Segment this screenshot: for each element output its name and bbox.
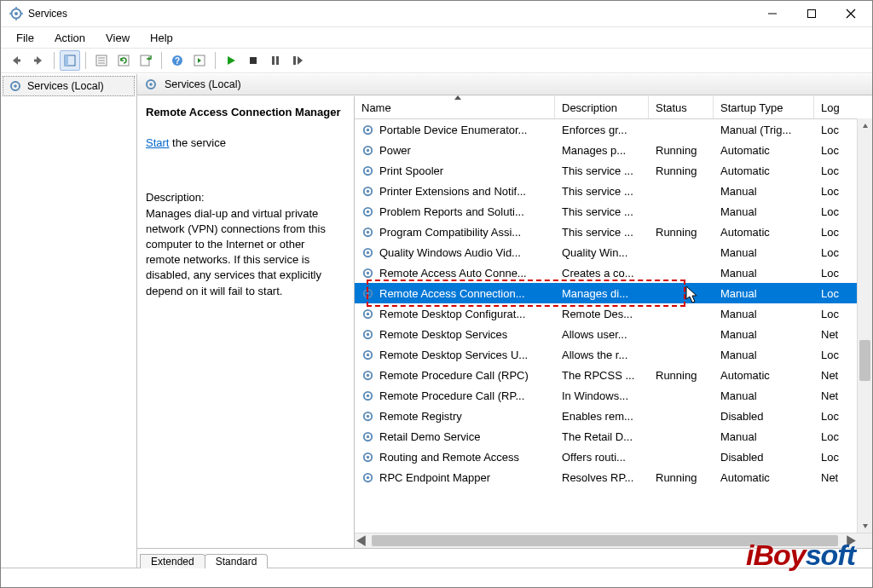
- service-status: [649, 119, 714, 140]
- app-gear-icon: [9, 7, 23, 20]
- restart-service-button[interactable]: [287, 50, 308, 71]
- service-desc: Enables rem...: [555, 406, 649, 426]
- gear-icon: [361, 226, 374, 239]
- service-logon: Net: [814, 365, 848, 385]
- show-tree-button[interactable]: [60, 50, 80, 71]
- refresh-button[interactable]: [113, 50, 134, 71]
- forward-button[interactable]: [28, 50, 49, 71]
- gear-icon: [361, 287, 374, 300]
- table-row[interactable]: PowerManages p...RunningAutomaticLoc: [355, 140, 872, 160]
- help-button[interactable]: ?: [167, 50, 188, 71]
- svg-text:?: ?: [175, 56, 180, 66]
- table-row[interactable]: Quality Windows Audio Vid...Quality Win.…: [355, 242, 872, 262]
- service-startup: Manual: [714, 201, 814, 222]
- stop-service-button[interactable]: [243, 50, 263, 71]
- tree-root-node[interactable]: Services (Local): [3, 76, 135, 96]
- service-startup: Manual: [714, 242, 814, 262]
- table-row[interactable]: Remote Desktop Services U...Allows the r…: [355, 344, 872, 365]
- minimize-button[interactable]: [753, 1, 792, 26]
- service-logon: Loc: [814, 222, 848, 242]
- svg-rect-11: [34, 60, 38, 62]
- col-description[interactable]: Description: [555, 96, 649, 118]
- scroll-thumb[interactable]: [859, 340, 870, 381]
- service-startup: Manual: [714, 344, 814, 365]
- table-row[interactable]: Remote RegistryEnables rem...DisabledLoc: [355, 406, 872, 426]
- scroll-thumb[interactable]: [372, 535, 838, 546]
- scroll-up-icon[interactable]: [858, 118, 872, 133]
- table-row[interactable]: Remote Access Connection...Manages di...…: [355, 283, 872, 303]
- back-button[interactable]: [6, 50, 26, 71]
- statusbar: [1, 568, 872, 587]
- table-row[interactable]: RPC Endpoint MapperResolves RP...Running…: [355, 467, 872, 487]
- service-name: Power: [379, 144, 411, 157]
- service-startup: Manual: [714, 426, 814, 447]
- service-status: [649, 262, 714, 283]
- col-name[interactable]: Name: [355, 96, 555, 118]
- action-button[interactable]: [189, 50, 210, 71]
- close-button[interactable]: [831, 1, 870, 26]
- tab-extended[interactable]: Extended: [140, 554, 205, 568]
- tab-standard[interactable]: Standard: [205, 554, 269, 568]
- svg-point-30: [149, 83, 153, 86]
- gear-icon: [361, 144, 374, 157]
- service-desc: This service ...: [555, 181, 649, 201]
- service-startup: Manual: [714, 283, 814, 303]
- table-row[interactable]: Problem Reports and Soluti...This servic…: [355, 201, 872, 222]
- table-row[interactable]: Remote Procedure Call (RP...In Windows..…: [355, 385, 872, 406]
- table-row[interactable]: Remote Desktop ServicesAllows user...Man…: [355, 324, 872, 344]
- pause-service-button[interactable]: [265, 50, 286, 71]
- svg-point-56: [367, 373, 369, 376]
- table-row[interactable]: Remote Procedure Call (RPC)The RPCSS ...…: [355, 365, 872, 385]
- table-row[interactable]: Routing and Remote AccessOffers routi...…: [355, 447, 872, 467]
- service-logon: Loc: [814, 406, 848, 426]
- table-row[interactable]: Remote Desktop Configurat...Remote Des..…: [355, 303, 872, 324]
- service-name: Quality Windows Audio Vid...: [379, 246, 521, 259]
- table-row[interactable]: Portable Device Enumerator...Enforces gr…: [355, 119, 872, 140]
- window-title: Services: [28, 8, 67, 20]
- maximize-button[interactable]: [792, 1, 831, 26]
- scroll-left-icon[interactable]: [355, 533, 369, 548]
- scroll-down-icon[interactable]: [858, 518, 872, 533]
- properties-button[interactable]: [91, 50, 112, 71]
- service-name: Program Compatibility Assi...: [379, 226, 521, 239]
- service-desc: Quality Win...: [555, 242, 649, 262]
- menubar: File Action View Help: [1, 27, 872, 48]
- service-startup: Disabled: [714, 406, 814, 426]
- table-row[interactable]: Print SpoolerThis service ...RunningAuto…: [355, 160, 872, 181]
- service-desc: Manages p...: [555, 140, 649, 160]
- menu-view[interactable]: View: [97, 30, 138, 46]
- menu-file[interactable]: File: [8, 30, 43, 46]
- service-desc: This service ...: [555, 201, 649, 222]
- service-logon: Loc: [814, 262, 848, 283]
- vertical-scrollbar[interactable]: [857, 118, 872, 533]
- gear-icon: [361, 389, 374, 402]
- service-status: [649, 344, 714, 365]
- service-status: [649, 447, 714, 467]
- start-service-link[interactable]: Start: [146, 136, 169, 149]
- table-row[interactable]: Printer Extensions and Notif...This serv…: [355, 181, 872, 201]
- service-desc: Creates a co...: [555, 262, 649, 283]
- col-startup[interactable]: Startup Type: [714, 96, 814, 118]
- svg-rect-7: [808, 10, 816, 18]
- table-row[interactable]: Program Compatibility Assi...This servic…: [355, 222, 872, 242]
- service-startup: Disabled: [714, 447, 814, 467]
- service-startup: Automatic: [714, 467, 814, 487]
- horizontal-scrollbar[interactable]: [355, 533, 872, 548]
- menu-action[interactable]: Action: [46, 30, 94, 46]
- table-row[interactable]: Remote Access Auto Conne...Creates a co.…: [355, 262, 872, 283]
- content-row: Remote Access Connection Manager Start t…: [137, 95, 872, 548]
- start-service-button[interactable]: [221, 50, 241, 71]
- gear-icon: [361, 471, 374, 484]
- scroll-right-icon[interactable]: [843, 533, 858, 548]
- service-status: [649, 385, 714, 406]
- export-button[interactable]: [136, 50, 156, 71]
- view-tabs: Extended Standard: [137, 548, 872, 568]
- service-status: [649, 242, 714, 262]
- col-logon[interactable]: Log: [814, 96, 848, 118]
- service-status: Running: [649, 467, 714, 487]
- service-startup: Manual (Trig...: [714, 119, 814, 140]
- col-status[interactable]: Status: [649, 96, 714, 118]
- service-name: Remote Desktop Services U...: [379, 349, 528, 361]
- table-row[interactable]: Retail Demo ServiceThe Retail D...Manual…: [355, 426, 872, 447]
- menu-help[interactable]: Help: [142, 30, 182, 46]
